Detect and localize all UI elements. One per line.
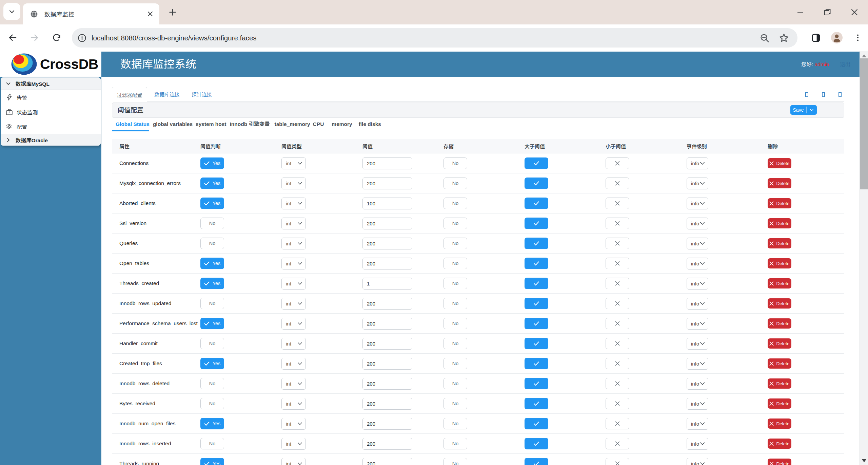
delete-button[interactable]: Delete bbox=[768, 198, 791, 208]
event-level-select[interactable]: info bbox=[687, 238, 708, 249]
store-toggle[interactable]: No bbox=[443, 218, 467, 229]
threshold-judge-toggle[interactable]: No bbox=[200, 378, 224, 389]
delete-button[interactable]: Delete bbox=[768, 218, 791, 228]
threshold-judge-toggle[interactable]: Yes bbox=[200, 278, 224, 289]
threshold-value-input[interactable]: 200 bbox=[362, 238, 412, 249]
less-than-toggle[interactable] bbox=[606, 258, 629, 269]
less-than-toggle[interactable] bbox=[606, 438, 629, 449]
event-level-select[interactable]: info bbox=[687, 298, 708, 310]
greater-than-toggle[interactable] bbox=[525, 458, 548, 465]
bookmark-star-icon[interactable] bbox=[778, 33, 789, 43]
less-than-toggle[interactable] bbox=[606, 318, 629, 329]
event-level-select[interactable]: info bbox=[687, 258, 708, 269]
store-toggle[interactable]: No bbox=[443, 438, 467, 449]
greater-than-toggle[interactable] bbox=[525, 157, 548, 169]
store-toggle[interactable]: No bbox=[443, 278, 467, 289]
greater-than-toggle[interactable] bbox=[525, 238, 548, 249]
event-level-select[interactable]: info bbox=[687, 338, 708, 350]
event-level-select[interactable]: info bbox=[687, 178, 708, 189]
delete-button[interactable]: Delete bbox=[768, 158, 791, 168]
sidebar-section-oracle[interactable]: 数据库Oracle bbox=[1, 134, 101, 146]
greater-than-toggle[interactable] bbox=[525, 378, 548, 389]
threshold-type-select[interactable]: int bbox=[281, 458, 306, 465]
threshold-judge-toggle[interactable]: Yes bbox=[200, 178, 224, 189]
delete-button[interactable]: Delete bbox=[768, 258, 791, 268]
logout-link[interactable]: 退出 bbox=[840, 52, 850, 77]
less-than-toggle[interactable] bbox=[606, 338, 629, 349]
delete-button[interactable]: Delete bbox=[768, 418, 791, 429]
threshold-type-select[interactable]: int bbox=[281, 418, 306, 430]
sidebar-item-status[interactable]: 状态监测 bbox=[1, 105, 101, 119]
greater-than-toggle[interactable] bbox=[525, 318, 548, 329]
threshold-type-select[interactable]: int bbox=[281, 338, 306, 350]
store-toggle[interactable]: No bbox=[443, 378, 467, 389]
delete-button[interactable]: Delete bbox=[768, 398, 791, 409]
less-than-toggle[interactable] bbox=[606, 238, 629, 249]
greater-than-toggle[interactable] bbox=[525, 358, 548, 369]
event-level-select[interactable]: info bbox=[687, 218, 708, 229]
sidebar-section-mysql[interactable]: 数据库MySQL bbox=[1, 77, 101, 90]
event-level-select[interactable]: info bbox=[687, 378, 708, 390]
threshold-type-select[interactable]: int bbox=[281, 278, 306, 290]
greater-than-toggle[interactable] bbox=[525, 258, 548, 269]
save-menu-button[interactable] bbox=[807, 105, 817, 115]
delete-button[interactable]: Delete bbox=[768, 178, 791, 188]
threshold-judge-toggle[interactable]: No bbox=[200, 338, 224, 349]
event-level-select[interactable]: info bbox=[687, 358, 708, 370]
reload-button[interactable] bbox=[48, 29, 65, 46]
metric-tab-cpu[interactable]: CPU bbox=[313, 121, 324, 128]
threshold-value-input[interactable]: 200 bbox=[362, 398, 412, 410]
threshold-judge-toggle[interactable]: No bbox=[200, 398, 224, 409]
back-button[interactable] bbox=[4, 29, 21, 46]
threshold-type-select[interactable]: int bbox=[281, 378, 306, 390]
threshold-value-input[interactable]: 100 bbox=[362, 198, 412, 209]
store-toggle[interactable]: No bbox=[443, 157, 467, 169]
metric-tab-file-disks[interactable]: file disks bbox=[359, 121, 381, 128]
save-button[interactable]: Save bbox=[790, 105, 806, 115]
store-toggle[interactable]: No bbox=[443, 298, 467, 309]
threshold-type-select[interactable]: int bbox=[281, 218, 306, 229]
event-level-select[interactable]: info bbox=[687, 157, 708, 169]
threshold-type-select[interactable]: int bbox=[281, 238, 306, 249]
threshold-value-input[interactable]: 200 bbox=[362, 358, 412, 370]
threshold-type-select[interactable]: int bbox=[281, 157, 306, 169]
greater-than-toggle[interactable] bbox=[525, 338, 548, 349]
tab-db-connection[interactable]: 数据库连接 bbox=[154, 87, 180, 102]
store-toggle[interactable]: No bbox=[443, 258, 467, 269]
delete-button[interactable]: Delete bbox=[768, 278, 791, 289]
less-than-toggle[interactable] bbox=[606, 178, 629, 189]
threshold-judge-toggle[interactable]: Yes bbox=[200, 318, 224, 329]
scrollbar-down-button[interactable] bbox=[860, 456, 868, 465]
greater-than-toggle[interactable] bbox=[525, 418, 548, 429]
store-toggle[interactable]: No bbox=[443, 198, 467, 209]
page-scrollbar[interactable] bbox=[860, 51, 868, 465]
delete-button[interactable]: Delete bbox=[768, 378, 791, 389]
event-level-select[interactable]: info bbox=[687, 438, 708, 450]
threshold-judge-toggle[interactable]: Yes bbox=[200, 198, 224, 209]
sidebar-item-config[interactable]: 配置 bbox=[1, 119, 101, 134]
tab-probe-connection[interactable]: 探针连接 bbox=[192, 87, 212, 102]
event-level-select[interactable]: info bbox=[687, 198, 708, 209]
sidebar-item-alerts[interactable]: 告警 bbox=[1, 90, 101, 105]
panel-toolbar-icon[interactable] bbox=[839, 92, 842, 97]
metric-tab-global-status[interactable]: Global Status bbox=[116, 121, 150, 128]
threshold-judge-toggle[interactable]: No bbox=[200, 238, 224, 249]
less-than-toggle[interactable] bbox=[606, 378, 629, 389]
window-minimize-button[interactable] bbox=[787, 0, 814, 24]
event-level-select[interactable]: info bbox=[687, 458, 708, 465]
threshold-value-input[interactable]: 200 bbox=[362, 218, 412, 229]
threshold-judge-toggle[interactable]: No bbox=[200, 438, 224, 449]
event-level-select[interactable]: info bbox=[687, 418, 708, 430]
less-than-toggle[interactable] bbox=[606, 418, 629, 429]
threshold-value-input[interactable]: 200 bbox=[362, 258, 412, 269]
store-toggle[interactable]: No bbox=[443, 178, 467, 189]
threshold-value-input[interactable]: 200 bbox=[362, 438, 412, 450]
metric-tab-memory[interactable]: memory bbox=[332, 121, 352, 128]
threshold-value-input[interactable]: 200 bbox=[362, 178, 412, 189]
less-than-toggle[interactable] bbox=[606, 358, 629, 369]
delete-button[interactable]: Delete bbox=[768, 338, 791, 349]
store-toggle[interactable]: No bbox=[443, 238, 467, 249]
less-than-toggle[interactable] bbox=[606, 278, 629, 289]
threshold-value-input[interactable]: 200 bbox=[362, 338, 412, 350]
tab-search-button[interactable] bbox=[3, 3, 20, 20]
